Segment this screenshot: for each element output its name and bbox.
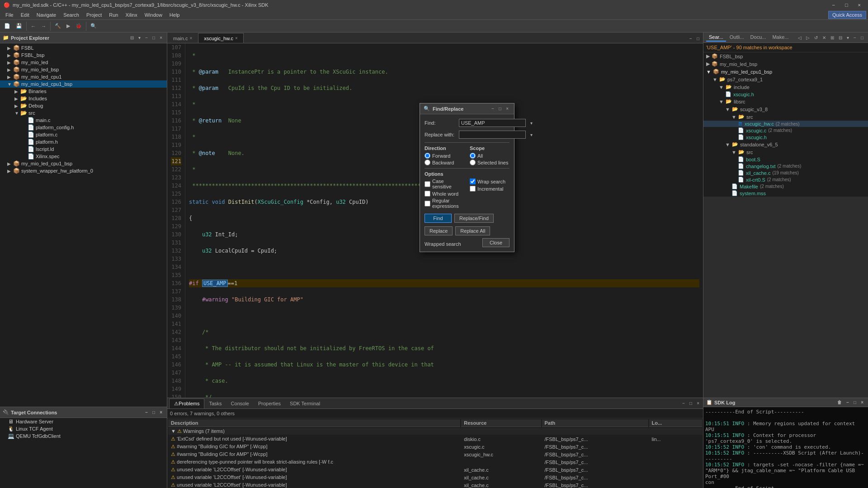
pe-close-button[interactable]: ×	[158, 34, 164, 41]
search-result-src2[interactable]: ▼ 📂 src	[703, 113, 868, 121]
tree-item-fsbl[interactable]: ▶ 📦 FSBL	[0, 44, 167, 52]
case-sensitive-input[interactable]	[425, 181, 430, 187]
search-result-fsbl-bsp[interactable]: ▶ 📦 FSBL_bsp	[703, 52, 868, 60]
tab-xscugic-hw-c-close[interactable]: ×	[235, 36, 238, 41]
menu-help[interactable]: Help	[166, 11, 184, 19]
table-row[interactable]: ⚠ unused variable 'L2CCOffset' [-Wunused…	[168, 466, 702, 473]
search-result-standalone[interactable]: ▼ 📂 standalone_v6_5	[703, 141, 868, 148]
tab-problems[interactable]: ⚠ Problems	[169, 399, 204, 408]
tree-item-my-mio-led-cpu1-bsp[interactable]: ▼ 📦 my_mio_led_cpu1_bsp	[0, 80, 167, 88]
col-description[interactable]: Description	[168, 419, 460, 427]
tc-maximize-button[interactable]: □	[151, 409, 157, 416]
sp-collapse-button[interactable]: ⊟	[837, 34, 844, 41]
replace-input[interactable]	[459, 131, 526, 139]
tree-item-lscript-ld[interactable]: 📄 lscript.ld	[0, 145, 167, 153]
bc-minimize-button[interactable]: −	[680, 400, 687, 407]
search-result-scugic-v3-8[interactable]: ▼ 📂 scugic_v3_8	[703, 105, 868, 113]
sl-maximize-button[interactable]: □	[852, 399, 858, 406]
replace-all-button[interactable]: Replace All	[455, 226, 490, 235]
debug-button[interactable]: 🐞	[73, 22, 84, 30]
tree-item-platform-c[interactable]: 📄 platform.c	[0, 131, 167, 138]
replace-button[interactable]: Replace	[425, 226, 453, 235]
target-item-tcf[interactable]: 🐧 Linux TCF Agent	[0, 425, 167, 432]
target-item-hardware[interactable]: 🖥 Hardware Server	[0, 418, 167, 425]
warning-group-label[interactable]: ▼ ⚠ Warnings (7 items)	[168, 428, 702, 435]
pe-minimize-button[interactable]: −	[143, 34, 150, 41]
maximize-button[interactable]: □	[841, 1, 852, 9]
menu-file[interactable]: File	[2, 11, 17, 19]
sp-expand-button[interactable]: ⊞	[829, 34, 836, 41]
search-result-xscugic-h-1[interactable]: 📄 xscugic.h	[703, 91, 868, 98]
whole-word-checkbox[interactable]: Whole word	[425, 191, 464, 197]
direction-forward-input[interactable]	[425, 153, 430, 159]
editor-min-button[interactable]: −	[688, 35, 694, 42]
tab-properties[interactable]: Properties	[254, 399, 285, 408]
sp-cancel-button[interactable]: ✕	[821, 34, 828, 41]
regular-expressions-checkbox[interactable]: Regular expressions	[425, 198, 464, 209]
tree-item-my-mio-led-cpu1-bsp2[interactable]: ▶ 📦 my_mio_led_cpu1_bsp	[0, 160, 167, 167]
menu-edit[interactable]: Edit	[17, 11, 33, 19]
direction-forward-radio[interactable]: Forward	[425, 153, 464, 159]
search-result-cpu1-bsp[interactable]: ▼ 📦 my_mio_led_cpu1_bsp	[703, 68, 868, 75]
table-row[interactable]: ⚠ dereferencing type-punned pointer will…	[168, 459, 702, 465]
back-button[interactable]: ←	[28, 22, 38, 30]
search-result-boot-s[interactable]: 📄 boot.S	[703, 156, 868, 163]
frd-maximize-button[interactable]: □	[497, 105, 503, 112]
run-button[interactable]: ▶	[64, 22, 72, 30]
table-row[interactable]: ⚠ unused variable 'L2CCOffset' [-Wunused…	[168, 482, 702, 488]
target-item-qemu[interactable]: 💻 QEMU TcfGdbClient	[0, 432, 167, 440]
regular-expressions-input[interactable]	[425, 201, 430, 206]
tree-item-my-mio-led-bsp[interactable]: ▶ 📦 my_mio_led_bsp	[0, 66, 167, 73]
search-result-my-mio-led-bsp[interactable]: ▶ 📦 my_mio_led_bsp	[703, 60, 868, 68]
sp-maximize-button[interactable]: □	[859, 34, 865, 41]
close-button[interactable]: ×	[854, 1, 864, 9]
search-result-libsrc[interactable]: ▼ 📂 libsrc	[703, 98, 868, 105]
search-result-src3[interactable]: ▼ 📂 src	[703, 148, 868, 156]
tree-item-platform-config-h[interactable]: 📄 platform_config.h	[0, 124, 167, 131]
tree-item-my-mio-led-cpu1[interactable]: ▶ 📦 my_mio_led_cpu1	[0, 73, 167, 80]
search-result-xscugic-hw-c[interactable]: 🖹 xscugic_hw.c (2 matches)	[703, 121, 868, 127]
search-result-xscugic-c[interactable]: 📄 xscugic.c (2 matches)	[703, 127, 868, 134]
case-sensitive-checkbox[interactable]: Case sensitive	[425, 178, 464, 189]
search-result-system-mss[interactable]: 📄 system.mss	[703, 190, 868, 197]
search-result-xil-crt0[interactable]: 📄 xil-crt0.S (2 matches)	[703, 176, 868, 183]
tab-console[interactable]: Console	[226, 399, 254, 408]
scope-all-input[interactable]	[470, 153, 476, 159]
wrap-search-checkbox[interactable]: Wrap search	[470, 178, 509, 184]
table-row[interactable]: ⚠ 'ExtCsd' defined but not used [-Wunuse…	[168, 436, 702, 442]
menu-xilinx[interactable]: Xilinx	[122, 11, 141, 19]
menu-project[interactable]: Project	[83, 11, 105, 19]
build-button[interactable]: 🔨	[52, 22, 63, 30]
frd-minimize-button[interactable]: −	[490, 105, 496, 112]
tree-item-my-mio-led[interactable]: ▶ 📦 my_mio_led	[0, 59, 167, 66]
sp-back-button[interactable]: ◁	[796, 34, 803, 41]
search-result-changelog[interactable]: 📄 changelog.txt (2 matches)	[703, 163, 868, 169]
close-button[interactable]: Close	[482, 238, 509, 247]
sp-tab-make[interactable]: Make...	[769, 33, 791, 42]
sp-minimize-button[interactable]: −	[852, 34, 858, 41]
menu-run[interactable]: Run	[105, 11, 122, 19]
tab-main-c[interactable]: main.c ×	[167, 33, 198, 43]
tab-main-c-close[interactable]: ×	[189, 36, 192, 41]
sl-clear-button[interactable]: 🗑	[835, 399, 844, 406]
sp-tab-outline[interactable]: Outli...	[727, 33, 747, 42]
find-button[interactable]: Find	[425, 214, 452, 223]
tree-item-debug[interactable]: ▶ 📂 Debug	[0, 102, 167, 109]
tc-close-button[interactable]: ×	[158, 409, 164, 416]
direction-backward-input[interactable]	[425, 160, 430, 165]
sl-minimize-button[interactable]: −	[844, 399, 851, 406]
menu-navigate[interactable]: Navigate	[33, 11, 60, 19]
menu-search[interactable]: Search	[60, 11, 83, 19]
bc-close-button[interactable]: ×	[695, 400, 701, 407]
col-location[interactable]: Lo...	[649, 419, 703, 427]
col-path[interactable]: Path	[542, 419, 648, 427]
replace-dropdown-button[interactable]: ▾	[528, 131, 534, 138]
pe-menu-button[interactable]: ▾	[137, 34, 142, 41]
tree-item-fsbl-bsp[interactable]: ▶ 📦 FSBL_bsp	[0, 52, 167, 59]
replace-find-button[interactable]: Replace/Find	[454, 214, 494, 223]
menu-window[interactable]: Window	[141, 11, 166, 19]
tab-xscugic-hw-c[interactable]: xscugic_hw.c ×	[198, 33, 244, 43]
search-result-ps7[interactable]: ▼ 📂 ps7_cortexa9_1	[703, 75, 868, 83]
forward-button[interactable]: →	[39, 22, 48, 30]
find-dropdown-button[interactable]: ▾	[528, 120, 534, 127]
